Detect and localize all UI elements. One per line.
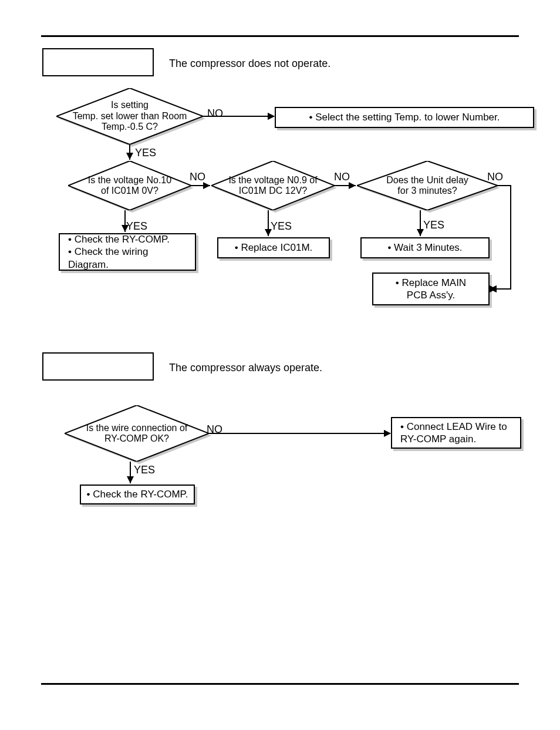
svg-marker-16	[490, 285, 497, 292]
svg-marker-11	[268, 113, 275, 120]
top-rule	[41, 35, 519, 37]
start-box-2	[42, 352, 154, 381]
svg-marker-15	[490, 285, 497, 292]
action-check-ry-comp: • Check the RY-COMP.	[80, 485, 195, 504]
yes-label: YES	[423, 219, 444, 231]
action-replace-main-pcb: • Replace MAIN PCB Ass'y.	[372, 273, 490, 305]
no-label: NO	[334, 171, 350, 183]
yes-label: YES	[271, 220, 292, 233]
yes-label: YES	[134, 464, 155, 476]
svg-marker-12	[126, 153, 133, 160]
symptom-2: The compressor always operate.	[169, 362, 322, 374]
yes-label: YES	[126, 220, 147, 233]
action-check-ry-comp-wiring: • Check the RY-COMP. • Check the wiring …	[59, 233, 196, 271]
svg-marker-18	[490, 285, 497, 292]
decision-wire-connection: Is the wire connection of RY-COMP OK?	[65, 405, 209, 462]
start-box-1	[42, 48, 154, 76]
svg-marker-17	[490, 285, 497, 292]
yes-label: YES	[135, 147, 156, 159]
no-label: NO	[207, 423, 222, 436]
svg-marker-24	[127, 476, 134, 483]
bottom-rule	[41, 683, 519, 685]
decision-delay-3min: Does the Unit delay for 3 minutes?	[357, 161, 498, 210]
decision-text: Does the Unit delay for 3 minutes?	[357, 161, 498, 210]
decision-text: Is the voltage No.10 of IC01M 0V?	[68, 161, 191, 210]
action-replace-ic01m: • Replace IC01M.	[217, 237, 330, 258]
no-label: NO	[190, 171, 205, 183]
action-select-temp: • Select the setting Temp. to lower Numb…	[275, 107, 534, 128]
decision-text: Is setting Temp. set lower than Room Tem…	[56, 88, 203, 144]
no-label: NO	[207, 107, 223, 120]
svg-marker-10	[268, 113, 275, 120]
decision-text: Is the voltage N0.9 of IC01M DC 12V?	[211, 161, 335, 210]
decision-voltage-no10: Is the voltage No.10 of IC01M 0V?	[68, 161, 191, 210]
svg-marker-23	[384, 430, 391, 437]
no-label: NO	[487, 171, 503, 183]
action-wait-3-minutes: • Wait 3 Minutes.	[360, 237, 490, 258]
svg-marker-22	[384, 430, 391, 437]
decision-temp-set: Is setting Temp. set lower than Room Tem…	[56, 88, 203, 144]
decision-text: Is the wire connection of RY-COMP OK?	[65, 405, 209, 462]
decision-voltage-no9: Is the voltage N0.9 of IC01M DC 12V?	[211, 161, 335, 210]
action-connect-lead-wire: • Connect LEAD Wire to RY-COMP again.	[391, 417, 521, 449]
symptom-1: The compressor does not operate.	[169, 58, 330, 70]
